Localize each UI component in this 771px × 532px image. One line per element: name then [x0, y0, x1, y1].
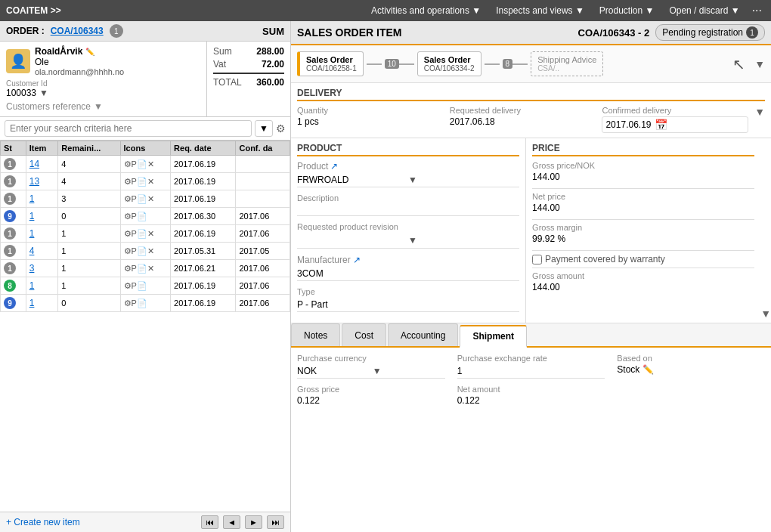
doc-icon[interactable]: 📄: [137, 281, 147, 291]
table-header-row: St Item Remaini... Icons Req. date Conf.…: [1, 141, 290, 156]
doc-icon[interactable]: 📄: [137, 298, 147, 308]
gear-icon[interactable]: ⚙: [124, 298, 132, 308]
wf-item-2[interactable]: Sales Order COA/106334-2: [417, 51, 481, 76]
calendar-icon[interactable]: 📅: [655, 119, 667, 131]
cell-st: 1: [1, 260, 26, 277]
doc-icon[interactable]: 📄: [137, 264, 147, 274]
wf-item-3[interactable]: Shipping Advice CSA/..: [531, 51, 603, 76]
status-badge: 1: [4, 227, 16, 240]
right-panel: SALES ORDER ITEM COA/106343 - 2 Pending …: [291, 21, 771, 532]
table-row[interactable]: 9 1 0 ⚙P📄 2017.06.30 2017.06: [1, 208, 290, 225]
print-icon[interactable]: P: [132, 246, 137, 255]
item-link[interactable]: 1: [29, 280, 35, 291]
cell-reqdate: 2017.06.19: [171, 190, 236, 208]
purchase-currency-arrow[interactable]: ▼: [373, 366, 445, 376]
delivery-scroll-down[interactable]: ▼: [754, 106, 765, 118]
delete-icon[interactable]: ✕: [147, 194, 154, 204]
delete-icon[interactable]: ✕: [147, 159, 154, 169]
item-link[interactable]: 3: [29, 263, 35, 274]
item-link[interactable]: 1: [29, 298, 35, 308]
more-btn[interactable]: ···: [749, 4, 765, 17]
manufacturer-link-icon[interactable]: ↗: [353, 255, 361, 265]
production-btn[interactable]: Production ▼: [593, 4, 661, 17]
doc-icon[interactable]: 📄: [137, 194, 147, 204]
total-label: TOTAL: [213, 77, 242, 88]
print-icon[interactable]: P: [132, 298, 137, 308]
open-discard-btn[interactable]: Open / discard ▼: [663, 4, 745, 17]
workflow-scroll-right[interactable]: ▼: [754, 58, 765, 70]
gear-icon[interactable]: ⚙: [124, 212, 132, 221]
search-settings-btn[interactable]: ⚙: [276, 122, 286, 135]
conf-delivery-date-input[interactable]: 2017.06.19 📅: [602, 116, 748, 133]
product-link-icon[interactable]: ↗: [330, 161, 338, 172]
item-link[interactable]: 13: [29, 176, 39, 187]
customer-reference-row[interactable]: Customers reference ▼: [6, 101, 200, 112]
order-number[interactable]: COA/106343: [51, 26, 104, 36]
table-row[interactable]: 9 1 0 ⚙P📄 2017.06.19 2017.06: [1, 295, 290, 312]
table-row[interactable]: 1 1 3 ⚙P📄✕ 2017.06.19: [1, 190, 290, 208]
print-icon[interactable]: P: [132, 212, 137, 221]
tab-accounting[interactable]: Accounting: [388, 323, 458, 346]
item-link[interactable]: 1: [29, 193, 35, 204]
gear-icon[interactable]: ⚙: [124, 159, 132, 169]
doc-icon[interactable]: 📄: [137, 212, 147, 221]
col-st: St: [1, 141, 26, 156]
item-link[interactable]: 1: [29, 211, 35, 221]
first-page-btn[interactable]: ⏮: [201, 515, 218, 529]
table-row[interactable]: 1 3 1 ⚙P📄✕ 2017.06.21 2017.06: [1, 260, 290, 277]
divider-4: [532, 268, 754, 268]
doc-icon[interactable]: 📄: [137, 159, 147, 169]
product-dropdown[interactable]: FRWROALD ▼: [297, 173, 519, 187]
prev-page-btn[interactable]: ◄: [223, 515, 240, 529]
doc-icon[interactable]: 📄: [137, 177, 147, 187]
item-link[interactable]: 14: [29, 159, 39, 169]
tab-notes[interactable]: Notes: [291, 323, 340, 346]
gear-icon[interactable]: ⚙: [124, 194, 132, 204]
delete-icon[interactable]: ✕: [147, 177, 154, 187]
item-link[interactable]: 1: [29, 228, 35, 239]
print-icon[interactable]: P: [132, 177, 137, 186]
product-dropdown-arrow[interactable]: ▼: [408, 175, 519, 185]
edit-icon[interactable]: ✏️: [642, 364, 654, 375]
table-row[interactable]: 1 1 1 ⚙P📄✕ 2017.06.19 2017.06: [1, 225, 290, 243]
gear-icon[interactable]: ⚙: [124, 264, 132, 274]
divider-1: [532, 188, 754, 189]
search-input[interactable]: [5, 120, 252, 137]
table-row[interactable]: 8 1 1 ⚙P📄 2017.06.19 2017.06: [1, 277, 290, 295]
tab-cost[interactable]: Cost: [342, 323, 386, 346]
gear-icon[interactable]: ⚙: [124, 229, 132, 239]
print-icon[interactable]: P: [132, 194, 137, 203]
inspects-btn[interactable]: Inspects and views ▼: [490, 4, 590, 17]
delete-icon[interactable]: ✕: [147, 229, 154, 239]
product-price-scroll-down[interactable]: ▼: [760, 308, 771, 320]
table-row[interactable]: 1 14 4 ⚙P📄✕ 2017.06.19: [1, 156, 290, 173]
delete-icon[interactable]: ✕: [147, 246, 154, 256]
table-row[interactable]: 1 4 1 ⚙P📄✕ 2017.05.31 2017.05: [1, 243, 290, 260]
cell-icons: ⚙P📄: [120, 295, 171, 312]
table-row[interactable]: 1 13 4 ⚙P📄✕ 2017.06.19: [1, 173, 290, 190]
print-icon[interactable]: P: [132, 281, 137, 290]
req-revision-dropdown[interactable]: ▼: [297, 233, 519, 249]
wf-item-1[interactable]: Sales Order COA/106258-1: [297, 51, 364, 76]
last-page-btn[interactable]: ⏭: [267, 515, 284, 529]
delete-icon[interactable]: ✕: [147, 264, 154, 274]
gear-icon[interactable]: ⚙: [124, 281, 132, 291]
print-icon[interactable]: P: [132, 229, 137, 238]
activities-btn[interactable]: Activities and operations ▼: [365, 4, 487, 17]
next-page-btn[interactable]: ►: [245, 515, 262, 529]
payment-warranty-checkbox[interactable]: [532, 255, 542, 264]
purchase-currency-select[interactable]: NOK ▼: [297, 364, 445, 379]
gear-icon[interactable]: ⚙: [124, 246, 132, 256]
req-revision-arrow[interactable]: ▼: [408, 235, 519, 246]
search-dropdown-btn[interactable]: ▼: [255, 120, 273, 137]
gear-icon[interactable]: ⚙: [124, 177, 132, 187]
add-new-item-link[interactable]: + Create new item: [6, 517, 197, 527]
print-icon[interactable]: P: [132, 159, 137, 169]
doc-icon[interactable]: 📄: [137, 246, 147, 256]
based-on-label: Based on: [617, 354, 765, 363]
doc-icon[interactable]: 📄: [137, 229, 147, 239]
cell-icons: ⚙P📄✕: [120, 260, 171, 277]
item-link[interactable]: 4: [29, 246, 35, 256]
print-icon[interactable]: P: [132, 264, 137, 273]
tab-shipment[interactable]: Shipment: [460, 325, 527, 348]
